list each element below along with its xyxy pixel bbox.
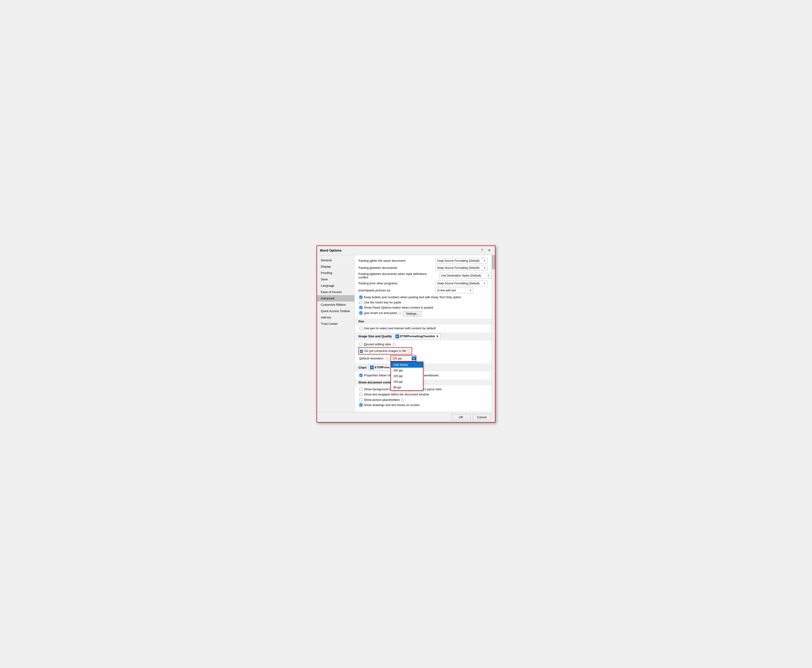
paste-between-row: Pasting between documents: Keep Source F…	[358, 265, 491, 271]
show-drawings-checkbox[interactable]	[359, 403, 363, 406]
sidebar: General Display Proofing Save Language E…	[317, 255, 355, 412]
keep-bullets-label: Keep bullets and numbers when pasting te…	[364, 295, 461, 299]
title-bar-left: Word Options	[320, 249, 341, 252]
checkbox-paste-options: Show Paste Options button when content i…	[358, 306, 491, 310]
insert-key-checkbox[interactable]	[359, 301, 363, 304]
smart-cut-checkbox[interactable]	[359, 311, 363, 314]
show-placeholders-checkbox[interactable]	[359, 398, 363, 401]
paste-within-select[interactable]: Keep Source Formatting (Default) ▼	[436, 258, 488, 264]
resolution-arrow-icon: ▼	[412, 357, 416, 361]
insert-paste-label: Insert/paste pictures as:	[358, 289, 434, 292]
compress-info-icon: i	[408, 349, 411, 353]
checkbox-keep-bullets: Keep bullets and numbers when pasting te…	[358, 295, 491, 299]
show-drawings-row: Show drawings and text boxes on screen	[358, 403, 491, 407]
resolution-dropdown-wrapper: 220 ppi ▼ High fidelity 330 ppi 220 p	[391, 356, 416, 362]
paste-between-label: Pasting between documents:	[358, 266, 434, 269]
sidebar-item-general[interactable]: General	[317, 257, 354, 263]
paste-section: Pasting within the same document: Keep S…	[358, 258, 491, 293]
paste-between-select[interactable]: Keep Source Formatting (Default) ▼	[436, 265, 488, 271]
badge-chevron-icon: ▼	[436, 335, 439, 338]
compress-checkbox[interactable]	[360, 350, 363, 353]
chart-section: Properties follow chart data point for a…	[358, 373, 491, 377]
smart-cut-info-icon: i	[398, 312, 402, 315]
sidebar-item-display[interactable]: Display	[317, 263, 354, 270]
show-document-section: Show background colors and images in Pri…	[358, 387, 491, 407]
resolution-row: Default resolution: i 220 ppi ▼ High fid…	[358, 356, 491, 362]
image-section-header: Image Size and Quality W ETDRFormattingC…	[355, 332, 495, 341]
sidebar-item-customize-ribbon[interactable]: Customize Ribbon	[317, 302, 354, 308]
chart-doc-icon: W	[370, 366, 374, 369]
chevron-down-icon-2: ▼	[483, 266, 486, 269]
pen-checkbox-row: Use pen to select and interact with cont…	[358, 326, 491, 331]
paste-other-label: Pasting from other programs:	[358, 282, 434, 285]
paste-conflict-select[interactable]: Use Destination Styles (Default) ▼	[439, 273, 491, 279]
word-doc-icon: W	[395, 334, 399, 338]
sidebar-item-trust-center[interactable]: Trust Center	[317, 321, 354, 327]
sidebar-item-add-ins[interactable]: Add-ins	[317, 314, 354, 321]
close-button[interactable]: ✕	[486, 248, 492, 253]
sidebar-item-proofing[interactable]: Proofing	[317, 270, 354, 276]
chart-properties-checkbox[interactable]	[359, 374, 363, 377]
ok-button[interactable]: OK	[452, 414, 471, 420]
pen-section-header: Pen	[355, 319, 495, 324]
chevron-down-icon-3: ▼	[487, 274, 490, 277]
paste-other-select[interactable]: Keep Source Formatting (Default) ▼	[436, 281, 488, 286]
show-text-wrapped-checkbox[interactable]	[359, 393, 363, 396]
content-area: Pasting within the same document: Keep S…	[355, 255, 495, 412]
sidebar-item-advanced[interactable]: Advanced	[317, 295, 354, 302]
compress-row: Do not compress images in file i	[358, 347, 412, 354]
smart-cut-label: Use smart cut and paste i	[364, 311, 402, 315]
sidebar-item-language[interactable]: Language	[317, 282, 354, 289]
show-bg-colors-checkbox[interactable]	[359, 387, 363, 391]
chevron-down-icon: ▼	[483, 259, 486, 262]
sidebar-item-ease-of-access[interactable]: Ease of Access	[317, 289, 354, 295]
discard-checkbox[interactable]	[359, 343, 363, 346]
pen-section: Use pen to select and interact with cont…	[358, 326, 491, 331]
paste-conflict-label: Pasting between documents when style def…	[358, 272, 438, 279]
show-bg-colors-row: Show background colors and images in Pri…	[358, 387, 491, 391]
dropdown-item-330ppi[interactable]: 330 ppi	[391, 367, 423, 373]
insert-key-label: Use the Insert key for paste	[364, 301, 401, 305]
insert-paste-row: Insert/paste pictures as: In line with t…	[358, 287, 491, 293]
discard-label: Discard editing data i	[364, 342, 396, 346]
image-document-badge[interactable]: W ETDRFormattingChecklist ▼	[394, 334, 441, 339]
dropdown-item-high-fidelity[interactable]: High fidelity	[391, 362, 423, 367]
placeholders-info-icon: i	[401, 399, 404, 402]
chevron-down-icon-4: ▼	[483, 282, 486, 285]
show-placeholders-row: Show picture placeholders i	[358, 398, 491, 402]
resolution-dropdown-menu: High fidelity 330 ppi 220 ppi 150 ppi	[391, 362, 423, 391]
insert-paste-select[interactable]: In line with text ▼	[436, 287, 473, 293]
discard-info-icon: i	[393, 343, 396, 346]
title-bar-right: ? ✕	[479, 248, 492, 253]
resolution-select[interactable]: 220 ppi ▼	[391, 356, 416, 362]
settings-button[interactable]: Settings...	[403, 311, 422, 317]
chevron-down-icon-5: ▼	[469, 289, 472, 292]
dropdown-item-220ppi[interactable]: 220 ppi	[391, 373, 423, 379]
paste-other-row: Pasting from other programs: Keep Source…	[358, 281, 491, 286]
scrollbar-thumb[interactable]	[492, 255, 495, 269]
resolution-info-icon: i	[385, 357, 389, 361]
sidebar-item-quick-access-toolbar[interactable]: Quick Access Toolbar	[317, 308, 354, 314]
paste-conflict-row: Pasting between documents when style def…	[358, 272, 491, 279]
checkbox-insert-key: Use the Insert key for paste	[358, 301, 491, 305]
dialog-footer: OK Cancel	[317, 412, 495, 422]
paste-within-label: Pasting within the same document:	[358, 259, 434, 262]
help-button[interactable]: ?	[479, 248, 485, 253]
discard-row: Discard editing data i	[358, 342, 491, 346]
dropdown-item-150ppi[interactable]: 150 ppi	[391, 379, 423, 385]
show-text-wrapped-row: Show text wrapped within the document wi…	[358, 392, 491, 397]
keep-bullets-checkbox[interactable]	[359, 296, 363, 299]
paste-options-checkbox[interactable]	[359, 306, 363, 309]
checkbox-smart-cut: Use smart cut and paste i Settings...	[358, 311, 491, 317]
dropdown-item-96ppi[interactable]: 96 ppi	[391, 385, 423, 390]
cancel-button[interactable]: Cancel	[472, 414, 491, 420]
pen-checkbox[interactable]	[359, 327, 363, 330]
paste-checkboxes: Keep bullets and numbers when pasting te…	[358, 295, 491, 317]
paste-options-label: Show Paste Options button when content i…	[364, 306, 433, 310]
paste-within-row: Pasting within the same document: Keep S…	[358, 258, 491, 264]
title-bar: Word Options ? ✕	[317, 246, 495, 255]
dialog-body: General Display Proofing Save Language E…	[317, 255, 495, 412]
resolution-label: Default resolution: i	[359, 357, 389, 361]
chart-section-header: Chart W ETDRForm... ▼	[355, 363, 495, 371]
sidebar-item-save[interactable]: Save	[317, 276, 354, 282]
